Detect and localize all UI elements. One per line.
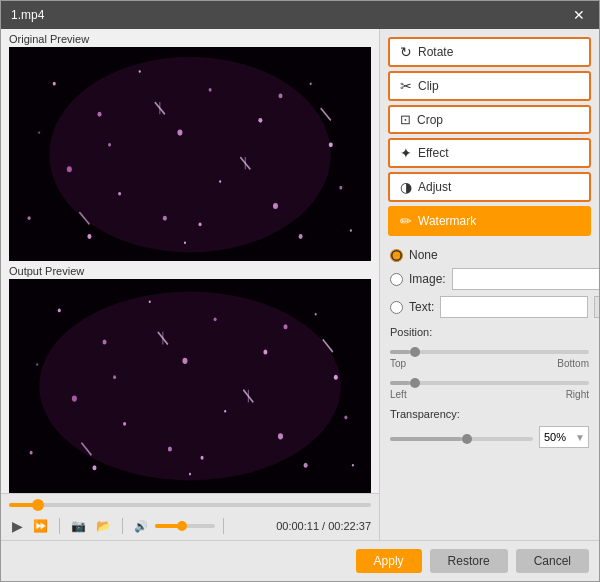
adjust-button[interactable]: ◑ Adjust	[388, 172, 591, 202]
play-icon: ▶	[12, 518, 23, 534]
folder-button[interactable]: 📂	[93, 517, 114, 535]
original-video-preview	[9, 47, 371, 261]
svg-point-36	[182, 358, 187, 364]
svg-point-56	[36, 363, 38, 366]
bottom-bar: Apply Restore Cancel	[1, 540, 599, 581]
rotate-icon: ↻	[400, 44, 412, 60]
volume-thumb[interactable]	[177, 521, 187, 531]
transparency-thumb[interactable]	[462, 434, 472, 444]
svg-point-43	[168, 446, 172, 451]
position-slider-v: Left Right	[390, 375, 589, 400]
progress-bar-container[interactable]	[9, 498, 371, 512]
output-video-canvas	[9, 279, 371, 493]
output-preview-section: Output Preview	[1, 261, 379, 493]
screenshot-button[interactable]: 📷	[68, 517, 89, 535]
crop-button[interactable]: ⊡ Crop	[388, 105, 591, 134]
volume-button[interactable]: 🔊	[131, 518, 151, 535]
transparency-dropdown-icon[interactable]: ▼	[575, 432, 585, 443]
transparency-label: Transparency:	[390, 408, 589, 420]
right-label: Right	[566, 389, 589, 400]
watermark-button[interactable]: ✏ Watermark	[388, 206, 591, 236]
svg-point-59	[113, 375, 116, 379]
volume-track[interactable]	[155, 524, 215, 528]
progress-thumb[interactable]	[32, 499, 44, 511]
position-fill-h	[390, 350, 410, 354]
text-font-button[interactable]: T	[594, 296, 599, 318]
fast-forward-button[interactable]: ⏩	[30, 517, 51, 535]
svg-point-44	[224, 410, 226, 413]
transparency-track[interactable]	[390, 437, 533, 441]
left-panel: Original Preview	[1, 29, 379, 540]
svg-point-61	[201, 456, 204, 460]
crop-icon: ⊡	[400, 112, 411, 127]
controls-bar: ▶ ⏩ 📷 📂 🔊	[1, 493, 379, 540]
position-track-h[interactable]	[390, 350, 589, 354]
svg-point-4	[139, 70, 141, 72]
svg-point-17	[184, 241, 186, 243]
separator-1	[59, 518, 60, 534]
fast-forward-icon: ⏩	[33, 519, 48, 533]
svg-point-45	[278, 433, 283, 439]
svg-point-25	[38, 131, 40, 133]
svg-point-28	[108, 143, 111, 147]
image-input[interactable]	[452, 268, 599, 290]
adjust-icon: ◑	[400, 179, 412, 195]
screenshot-icon: 📷	[71, 519, 86, 533]
cancel-button[interactable]: Cancel	[516, 549, 589, 573]
effect-button[interactable]: ✦ Effect	[388, 138, 591, 168]
clip-button[interactable]: ✂ Clip	[388, 71, 591, 101]
svg-point-30	[199, 222, 202, 226]
main-window: 1.mp4 ✕ Original Preview	[0, 0, 600, 582]
original-preview-section: Original Preview	[1, 29, 379, 261]
svg-point-14	[273, 203, 278, 209]
position-thumb-h[interactable]	[410, 347, 420, 357]
position-slider-h: Top Bottom	[390, 344, 589, 369]
svg-point-5	[177, 130, 182, 136]
svg-point-9	[329, 142, 333, 147]
svg-point-38	[263, 349, 267, 354]
crop-label: Crop	[417, 113, 443, 127]
bottom-label: Bottom	[557, 358, 589, 369]
svg-point-58	[352, 464, 354, 467]
original-preview-label: Original Preview	[1, 29, 379, 47]
svg-point-49	[304, 463, 308, 468]
text-radio[interactable]	[390, 301, 403, 314]
svg-point-34	[103, 339, 107, 344]
restore-button[interactable]: Restore	[430, 549, 508, 573]
position-track-v[interactable]	[390, 381, 589, 385]
image-label: Image:	[409, 272, 446, 286]
text-label: Text:	[409, 300, 434, 314]
none-radio-row: None	[390, 248, 589, 262]
svg-point-10	[67, 166, 72, 172]
svg-point-37	[214, 317, 217, 321]
rotate-button[interactable]: ↻ Rotate	[388, 37, 591, 67]
progress-track[interactable]	[9, 503, 371, 507]
folder-icon: 📂	[96, 519, 111, 533]
position-labels-h: Top Bottom	[390, 358, 589, 369]
left-label: Left	[390, 389, 407, 400]
apply-button[interactable]: Apply	[356, 549, 422, 573]
play-button[interactable]: ▶	[9, 516, 26, 536]
separator-2	[122, 518, 123, 534]
effect-icon: ✦	[400, 145, 412, 161]
position-thumb-v[interactable]	[410, 378, 420, 388]
image-radio[interactable]	[390, 273, 403, 286]
none-label: None	[409, 248, 438, 262]
clip-icon: ✂	[400, 78, 412, 94]
svg-point-6	[209, 88, 212, 92]
svg-point-39	[315, 313, 317, 316]
image-radio-row: Image: …	[390, 268, 589, 290]
svg-point-35	[149, 300, 151, 303]
position-labels-v: Left Right	[390, 389, 589, 400]
svg-point-29	[278, 93, 282, 98]
clip-label: Clip	[418, 79, 439, 93]
output-video-preview	[9, 279, 371, 493]
none-radio[interactable]	[390, 249, 403, 262]
svg-point-26	[28, 216, 31, 220]
svg-point-11	[118, 192, 121, 196]
svg-point-60	[284, 324, 288, 329]
svg-point-15	[339, 186, 342, 190]
text-input[interactable]	[440, 296, 588, 318]
close-button[interactable]: ✕	[569, 7, 589, 23]
transparency-fill	[390, 437, 462, 441]
